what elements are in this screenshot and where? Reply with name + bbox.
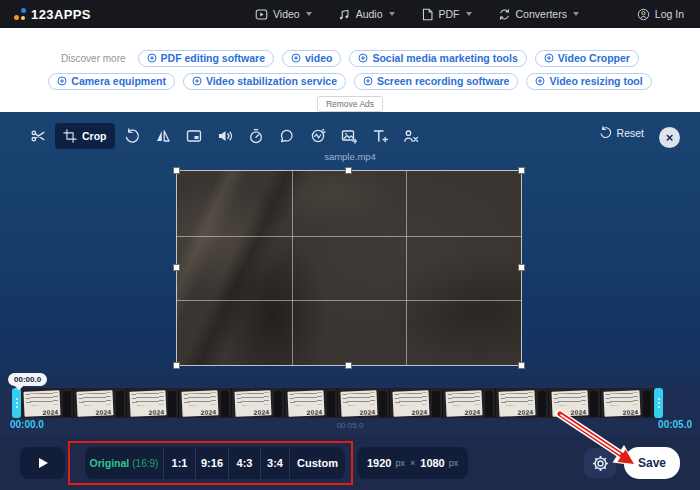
aspect-custom-button[interactable]: Custom <box>289 447 345 479</box>
crop-selection[interactable] <box>176 170 522 366</box>
stabilize-icon <box>310 128 326 144</box>
rotate-tool-button[interactable] <box>118 123 146 149</box>
reset-icon <box>599 126 612 139</box>
video-icon <box>255 8 268 21</box>
chevron-down-icon <box>389 12 395 16</box>
crop-handle-e[interactable] <box>518 264 525 271</box>
reset-button[interactable]: Reset <box>599 126 644 139</box>
play-button[interactable] <box>20 447 65 479</box>
scissors-icon <box>30 128 46 144</box>
stabilize-tool-button[interactable] <box>304 123 332 149</box>
image-add-icon <box>341 128 357 144</box>
chip-camera-equipment[interactable]: Camera equipment <box>48 73 175 90</box>
speed-tool-button[interactable] <box>242 123 270 149</box>
picture-in-picture-icon <box>186 128 202 144</box>
plus-circle-icon <box>363 76 373 86</box>
chip-social-media-marketing-tools[interactable]: Social media marketing tools <box>349 50 526 67</box>
chip-video-resizing-tool[interactable]: Video resizing tool <box>526 73 651 90</box>
dimensions-input[interactable]: 1920 px × 1080 px <box>357 447 468 479</box>
crop-handle-se[interactable] <box>518 362 525 369</box>
cut-tool-button[interactable] <box>24 123 52 149</box>
nav-audio[interactable]: Audio <box>338 8 395 21</box>
aspect-4-3-button[interactable]: 4:3 <box>228 447 260 479</box>
crop-tool-label: Crop <box>82 130 107 142</box>
remove-logo-icon <box>403 128 419 144</box>
logo-dots-icon <box>14 8 26 20</box>
flip-horizontal-icon <box>155 128 171 144</box>
crop-handle-w[interactable] <box>173 264 180 271</box>
add-text-tool-button[interactable] <box>366 123 394 149</box>
timeline-strip[interactable]: 2024 2024 2024 2024 2024 2024 2024 2024 … <box>12 388 663 418</box>
width-value[interactable]: 1920 <box>367 457 391 469</box>
resize-tool-button[interactable] <box>180 123 208 149</box>
volume-icon <box>217 128 233 144</box>
rotate-ccw-icon <box>124 128 140 144</box>
crop-handle-n[interactable] <box>345 167 352 174</box>
flip-tool-button[interactable] <box>149 123 177 149</box>
loop-icon <box>279 128 295 144</box>
aspect-1-1-button[interactable]: 1:1 <box>163 447 195 479</box>
timeline-end-time: 00:05.0 <box>658 419 692 430</box>
close-icon: × <box>666 131 674 144</box>
nav-pdf[interactable]: PDF <box>421 8 472 21</box>
remove-ads-row: Remove Ads <box>0 96 700 112</box>
remove-logo-tool-button[interactable] <box>397 123 425 149</box>
chip-screen-recording-software[interactable]: Screen recording software <box>354 73 518 90</box>
trim-handle-left[interactable] <box>12 388 21 418</box>
loop-tool-button[interactable] <box>273 123 301 149</box>
nav-audio-label: Audio <box>356 8 383 20</box>
chip-video-stabilization-service[interactable]: Video stabilization service <box>183 73 346 90</box>
editor-toolbar: Crop <box>24 123 425 149</box>
logo[interactable]: 123APPS <box>14 7 91 22</box>
timeline-thumbnail: 2024 <box>179 388 232 418</box>
chip-video[interactable]: video <box>282 50 341 67</box>
remove-ads-button[interactable]: Remove Ads <box>317 96 383 112</box>
discover-row-2: Camera equipment Video stabilization ser… <box>0 72 700 90</box>
settings-button[interactable] <box>584 448 616 478</box>
plus-circle-icon <box>192 76 202 86</box>
crop-handle-sw[interactable] <box>173 362 180 369</box>
timeline-thumbnail: 2024 <box>443 388 496 418</box>
reset-label: Reset <box>617 127 644 139</box>
crop-gridline <box>292 171 293 365</box>
pdf-icon <box>421 8 434 21</box>
crop-handle-s[interactable] <box>345 362 352 369</box>
crop-tool-button[interactable]: Crop <box>55 123 115 149</box>
volume-tool-button[interactable] <box>211 123 239 149</box>
height-value[interactable]: 1080 <box>420 457 444 469</box>
crop-handle-nw[interactable] <box>173 167 180 174</box>
width-unit: px <box>395 458 405 468</box>
save-button[interactable]: Save <box>624 447 680 479</box>
crop-handle-ne[interactable] <box>518 167 525 174</box>
close-button[interactable]: × <box>659 127 680 148</box>
trim-handle-right[interactable] <box>654 388 663 418</box>
user-icon <box>637 8 650 21</box>
aspect-9-16-button[interactable]: 9:16 <box>195 447 228 479</box>
crop-gridline <box>177 300 521 301</box>
timeline-thumbnail: 2024 <box>127 388 180 418</box>
height-unit: px <box>449 458 459 468</box>
top-header: 123APPS Video Audio PDF Converters <box>0 0 700 28</box>
nav-converters[interactable]: Converters <box>498 8 579 21</box>
nav-video-label: Video <box>273 8 300 20</box>
timeline-thumbnail: 2024 <box>21 388 74 418</box>
timeline-thumbnail: 2024 <box>232 388 285 418</box>
discover-row-1: Discover more PDF editing software video… <box>0 49 700 67</box>
aspect-ratio-selector: Original (16:9) 1:1 9:16 4:3 3:4 Custom <box>85 447 345 479</box>
nav-video[interactable]: Video <box>255 8 312 21</box>
plus-circle-icon <box>147 53 157 63</box>
chip-video-cropper[interactable]: Video Cropper <box>535 50 639 67</box>
aspect-original-button[interactable]: Original (16:9) <box>85 447 163 479</box>
stopwatch-icon <box>248 128 264 144</box>
crop-gridline <box>406 171 407 365</box>
timeline-filmstrip[interactable]: 2024 2024 2024 2024 2024 2024 2024 2024 … <box>21 388 654 418</box>
chip-pdf-editing-software[interactable]: PDF editing software <box>138 50 274 67</box>
discover-label: Discover more <box>61 53 125 64</box>
aspect-3-4-button[interactable]: 3:4 <box>260 447 289 479</box>
login-button[interactable]: Log In <box>637 0 684 28</box>
add-image-tool-button[interactable] <box>335 123 363 149</box>
login-label: Log In <box>655 8 684 20</box>
plus-circle-icon <box>291 53 301 63</box>
video-filename: sample.mp4 <box>0 151 700 162</box>
timeline-duration: 00:05.0 <box>0 421 700 430</box>
